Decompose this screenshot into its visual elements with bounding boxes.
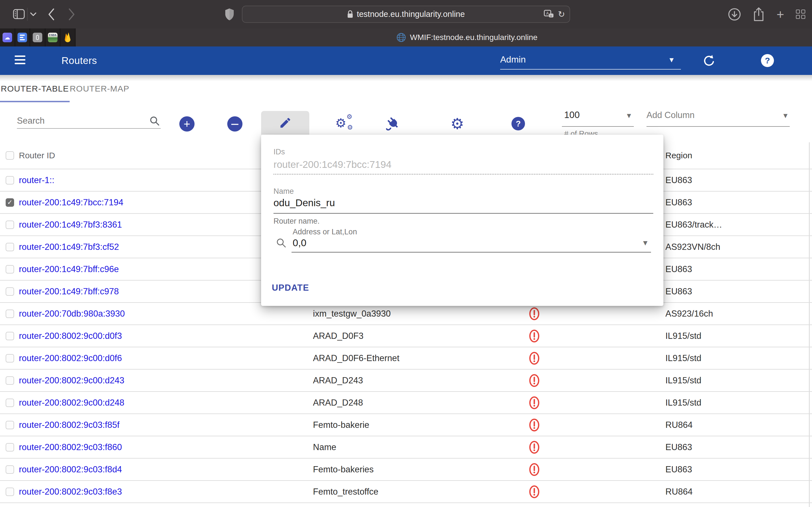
row-checkbox-checked[interactable]: ✓ bbox=[6, 198, 14, 207]
active-tab[interactable]: WMIF:testnode.eu.thingularity.online bbox=[396, 29, 538, 47]
pinned-tab-generic[interactable] bbox=[30, 29, 45, 47]
services-button[interactable]: ⚙ ⚙ ⚙ bbox=[335, 114, 356, 134]
router-id-link[interactable]: router-200:8002:9c03:f85f bbox=[19, 420, 119, 430]
name-label: Name bbox=[273, 187, 294, 196]
router-id-link[interactable]: router-200:8002:9c00:d248 bbox=[19, 398, 124, 407]
error-icon[interactable] bbox=[529, 441, 540, 454]
router-id-link[interactable]: router-200:8002:9c03:f8e3 bbox=[19, 487, 122, 497]
table-row: router-200:8002:9c00:d0f3 ARAD_D0F3 IL91… bbox=[0, 325, 812, 347]
tab-router-table[interactable]: ROUTER-TABLE bbox=[0, 75, 70, 102]
pinned-tab-icloud[interactable]: ☁ bbox=[0, 29, 15, 47]
row-checkbox[interactable] bbox=[6, 399, 14, 407]
rows-per-page-value: 100 bbox=[564, 110, 580, 120]
user-role-select[interactable]: Admin ▼ bbox=[500, 52, 681, 69]
row-checkbox[interactable] bbox=[6, 265, 14, 274]
row-checkbox[interactable] bbox=[6, 221, 14, 229]
shield-privacy-icon[interactable] bbox=[224, 8, 235, 21]
share-icon[interactable] bbox=[753, 7, 765, 22]
pencil-icon bbox=[279, 116, 292, 129]
select-all-checkbox[interactable] bbox=[6, 151, 14, 160]
search-input[interactable] bbox=[17, 116, 141, 126]
plug-icon bbox=[386, 116, 402, 131]
pinned-tab-docs[interactable] bbox=[15, 29, 31, 47]
reload-icon[interactable]: ↻ bbox=[558, 10, 565, 18]
router-id-link[interactable]: router-200:1c49:7bf3:cf52 bbox=[19, 242, 119, 252]
router-id-link[interactable]: router-200:1c49:7bcc:7194 bbox=[19, 198, 123, 207]
error-icon[interactable] bbox=[529, 418, 540, 432]
table-row: router-200:8002:9c00:d0f6 ARAD_D0F6-Ethe… bbox=[0, 347, 812, 370]
downloads-icon[interactable] bbox=[728, 8, 741, 21]
cloud-icon: ☁ bbox=[4, 34, 10, 41]
hamburger-menu-icon[interactable] bbox=[15, 55, 26, 64]
error-icon[interactable] bbox=[529, 396, 540, 409]
error-icon[interactable] bbox=[529, 463, 540, 476]
error-icon[interactable] bbox=[529, 351, 540, 365]
new-tab-icon[interactable]: + bbox=[776, 8, 784, 21]
router-id-link[interactable]: router-200:70db:980a:3930 bbox=[19, 309, 125, 319]
ids-value: router-200:1c49:7bcc:7194 bbox=[273, 159, 391, 170]
router-id-link[interactable]: router-200:1c49:7bff:c96e bbox=[19, 264, 119, 274]
row-checkbox[interactable] bbox=[6, 332, 14, 340]
add-router-button[interactable]: + bbox=[179, 116, 195, 131]
rows-per-page-select[interactable]: 100 ▼ bbox=[562, 107, 634, 127]
url-text: testnode.eu.thingularity.online bbox=[357, 10, 465, 19]
router-id-link[interactable]: router-200:8002:9c00:d243 bbox=[19, 376, 124, 385]
refresh-icon[interactable] bbox=[703, 54, 716, 67]
tab-overview-icon[interactable] bbox=[796, 10, 805, 19]
translate-icon[interactable]: A x bbox=[544, 10, 554, 19]
error-icon[interactable] bbox=[529, 485, 540, 499]
svg-text:x: x bbox=[550, 14, 552, 17]
scrollbar-track[interactable] bbox=[809, 142, 810, 507]
row-checkbox[interactable] bbox=[6, 309, 14, 318]
pinned-tabs: ☁ USDA bbox=[0, 29, 75, 47]
address-label: Address or Lat,Lon bbox=[293, 228, 357, 236]
pinned-tab-firebase[interactable] bbox=[60, 29, 75, 47]
router-id-link[interactable]: router-200:1c49:7bf3:8361 bbox=[19, 220, 122, 230]
sidebar-toggle-icon[interactable] bbox=[13, 9, 25, 19]
help-icon[interactable]: ? bbox=[761, 54, 774, 67]
back-icon[interactable] bbox=[47, 8, 55, 21]
row-checkbox[interactable] bbox=[6, 354, 14, 362]
connect-button[interactable] bbox=[385, 115, 403, 133]
tab-strip: ☁ USDA WMIF:testnode.eu.thingularity.onl… bbox=[0, 29, 812, 47]
row-checkbox[interactable] bbox=[6, 421, 14, 429]
url-bar[interactable]: testnode.eu.thingularity.online A x ↻ bbox=[242, 6, 570, 23]
name-field[interactable]: odu_Denis_ru bbox=[273, 197, 335, 209]
view-tabs: ROUTER-TABLE ROUTER-MAP bbox=[0, 75, 812, 102]
router-id-link[interactable]: router-1:: bbox=[19, 175, 54, 185]
chevron-down-icon[interactable]: ▼ bbox=[643, 239, 647, 246]
router-id-link[interactable]: router-200:8002:9c03:f860 bbox=[19, 442, 122, 452]
edit-router-button[interactable] bbox=[261, 111, 309, 135]
error-icon[interactable] bbox=[529, 329, 540, 343]
router-id-link[interactable]: router-200:8002:9c00:d0f3 bbox=[19, 331, 122, 341]
error-icon[interactable] bbox=[529, 307, 540, 321]
error-icon[interactable] bbox=[529, 374, 540, 387]
table-row: router-200:8002:9c03:f8e3 Femto_trestoff… bbox=[0, 481, 812, 503]
row-checkbox[interactable] bbox=[6, 176, 14, 184]
name-hint: Router name. bbox=[273, 217, 320, 226]
forward-icon[interactable] bbox=[68, 8, 75, 21]
row-checkbox[interactable] bbox=[6, 243, 14, 251]
ids-disabled-underline bbox=[273, 174, 653, 175]
router-id-link[interactable]: router-200:8002:9c00:d0f6 bbox=[19, 353, 122, 363]
generic-site-icon bbox=[33, 33, 42, 42]
update-button[interactable]: UPDATE bbox=[272, 283, 309, 293]
router-id-link[interactable]: router-200:1c49:7bff:c978 bbox=[19, 286, 119, 296]
row-checkbox[interactable] bbox=[6, 488, 14, 496]
chevron-down-icon[interactable] bbox=[30, 12, 37, 17]
tab-router-map[interactable]: ROUTER-MAP bbox=[70, 75, 130, 102]
pinned-tab-usda[interactable]: USDA bbox=[45, 29, 61, 47]
row-checkbox[interactable] bbox=[6, 443, 14, 452]
add-column-select[interactable]: Add Column ▼ bbox=[647, 107, 790, 127]
row-checkbox[interactable] bbox=[6, 465, 14, 474]
settings-button[interactable]: ⚙ bbox=[448, 115, 466, 133]
router-id-link[interactable]: router-200:8002:9c03:f8d4 bbox=[19, 464, 122, 474]
chevron-down-icon: ▼ bbox=[783, 112, 788, 119]
remove-router-button[interactable]: − bbox=[227, 116, 243, 131]
usda-icon: USDA bbox=[48, 33, 57, 42]
toolbar-help-button[interactable]: ? bbox=[509, 115, 527, 133]
address-field[interactable]: 0,0 bbox=[293, 237, 306, 248]
row-checkbox[interactable] bbox=[6, 376, 14, 385]
table-row: router-200:8002:9c03:f860 Name EU863 bbox=[0, 436, 812, 459]
row-checkbox[interactable] bbox=[6, 287, 14, 296]
